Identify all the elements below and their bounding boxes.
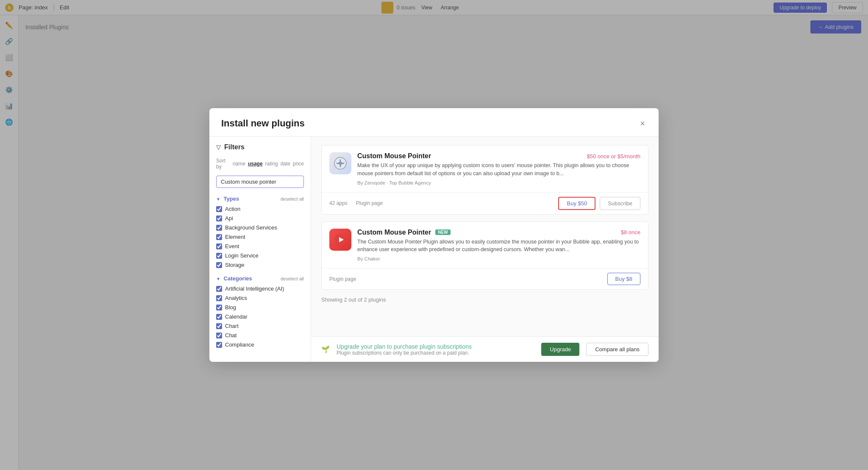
type-action-label: Action <box>225 206 240 212</box>
types-section-title[interactable]: ▼ Types deselect all <box>216 196 304 202</box>
cat-chart-checkbox[interactable] <box>216 323 222 329</box>
cat-compliance-label: Compliance <box>225 341 254 348</box>
plugin-name-2: Custom Mouse Pointer <box>357 229 431 236</box>
cat-blog-label: Blog <box>225 304 236 311</box>
modal-close-button[interactable]: × <box>638 118 647 129</box>
svg-point-1 <box>339 162 342 165</box>
plugin-card-2: Custom Mouse Pointer NEW $8 once The Cus… <box>321 221 648 290</box>
upgrade-button[interactable]: Upgrade <box>541 343 579 356</box>
cat-calendar-label: Calendar <box>225 313 248 320</box>
upgrade-bar: 🌱 Upgrade your plan to purchase plugin s… <box>311 336 659 362</box>
cat-ai[interactable]: Artificial Intelligence (AI) <box>216 285 304 292</box>
cat-compliance[interactable]: Compliance <box>216 341 304 348</box>
upgrade-bar-title: Upgrade your plan to purchase plugin sub… <box>337 343 534 350</box>
type-api[interactable]: Api <box>216 215 304 222</box>
cat-calendar[interactable]: Calendar <box>216 313 304 320</box>
type-storage[interactable]: Storage <box>216 261 304 269</box>
cat-analytics-checkbox[interactable] <box>216 295 222 301</box>
type-bg-checkbox[interactable] <box>216 225 222 231</box>
categories-section-title[interactable]: ▼ Categories deselect all <box>216 275 304 282</box>
sort-rating[interactable]: rating <box>265 161 278 167</box>
search-input[interactable] <box>216 176 304 188</box>
plugin-name-row-2: Custom Mouse Pointer NEW $8 once <box>357 229 640 236</box>
cat-chart-label: Chart <box>225 323 239 329</box>
modal-header: Install new plugins × <box>209 108 659 137</box>
cat-chat-label: Chat <box>225 332 236 339</box>
type-element-label: Element <box>225 234 245 240</box>
plugin-name-1: Custom Mouse Pointer <box>357 152 431 160</box>
cat-blog[interactable]: Blog <box>216 304 304 311</box>
cat-analytics-label: Analytics <box>225 295 247 301</box>
plugin-name-row-1: Custom Mouse Pointer $50 once or $5/mont… <box>357 152 640 160</box>
type-action[interactable]: Action <box>216 205 304 213</box>
plugin-page-link-1[interactable]: Plugin page <box>356 200 383 206</box>
plugin-desc-2: The Custom Mouse Pointer Plugin allows y… <box>357 238 640 254</box>
cat-chat-checkbox[interactable] <box>216 333 222 339</box>
buy-button-1[interactable]: Buy $50 <box>558 197 595 210</box>
type-action-checkbox[interactable] <box>216 206 222 212</box>
plugin-card-2-bottom: Plugin page Buy $8 <box>322 268 648 289</box>
sort-usage[interactable]: usage <box>248 161 263 167</box>
type-storage-checkbox[interactable] <box>216 262 222 268</box>
plugin-apps-1: 42 apps <box>329 200 348 206</box>
cat-chart[interactable]: Chart <box>216 322 304 330</box>
type-event[interactable]: Event <box>216 243 304 250</box>
sort-row: Sort by name usage rating date price <box>216 158 304 170</box>
categories-section: ▼ Categories deselect all Artificial Int… <box>216 275 304 348</box>
upgrade-bar-text: Upgrade your plan to purchase plugin sub… <box>337 343 534 356</box>
plugin-desc-1: Make the UX of your app unique by applyi… <box>357 162 640 178</box>
filter-header: ▽ Filters <box>216 143 304 151</box>
plugin-card-1: Custom Mouse Pointer $50 once or $5/mont… <box>321 145 648 215</box>
type-api-label: Api <box>225 215 233 221</box>
plugin-info-2: Custom Mouse Pointer NEW $8 once The Cus… <box>357 229 640 262</box>
plugin-page-link-2[interactable]: Plugin page <box>329 276 356 282</box>
plugin-card-1-top: Custom Mouse Pointer $50 once or $5/mont… <box>322 145 648 192</box>
type-login-label: Login Service <box>225 252 259 259</box>
upgrade-bar-subtitle: Plugin subscriptions can only be purchas… <box>337 350 534 356</box>
cat-compliance-checkbox[interactable] <box>216 342 222 348</box>
type-background-services[interactable]: Background Services <box>216 224 304 231</box>
cat-chat[interactable]: Chat <box>216 332 304 339</box>
types-deselect-all[interactable]: deselect all <box>281 196 304 201</box>
compare-plans-button[interactable]: Compare all plans <box>586 343 648 356</box>
sort-name[interactable]: name <box>233 161 245 167</box>
categories-deselect-all[interactable]: deselect all <box>281 276 304 281</box>
plugin-logo-2 <box>329 229 351 251</box>
plugin-info-1: Custom Mouse Pointer $50 once or $5/mont… <box>357 152 640 185</box>
modal-overlay: Install new plugins × ▽ Filters Sort by … <box>0 0 868 470</box>
types-arrow-icon: ▼ <box>216 197 220 201</box>
type-bg-label: Background Services <box>225 224 277 231</box>
sort-price[interactable]: price <box>293 161 304 167</box>
type-login-service[interactable]: Login Service <box>216 252 304 259</box>
type-element-checkbox[interactable] <box>216 234 222 240</box>
plugin-price-1: $50 once or $5/month <box>587 153 640 159</box>
cat-blog-checkbox[interactable] <box>216 305 222 311</box>
cat-ai-checkbox[interactable] <box>216 286 222 292</box>
modal-title: Install new plugins <box>221 118 305 129</box>
filter-icon: ▽ <box>216 144 221 151</box>
upgrade-icon: 🌱 <box>321 345 330 353</box>
plugin-actions-1: Buy $50 Subscribe <box>558 197 640 210</box>
subscribe-button-1[interactable]: Subscribe <box>600 197 640 210</box>
type-event-checkbox[interactable] <box>216 243 222 249</box>
modal-body: ▽ Filters Sort by name usage rating date… <box>209 137 659 362</box>
categories-arrow-icon: ▼ <box>216 277 220 281</box>
plugin-author-2: By Chakor <box>357 256 640 261</box>
type-event-label: Event <box>225 243 239 249</box>
type-api-checkbox[interactable] <box>216 215 222 221</box>
buy-button-2[interactable]: Buy $8 <box>607 273 640 285</box>
filter-title: Filters <box>224 143 245 151</box>
type-login-checkbox[interactable] <box>216 253 222 259</box>
type-element[interactable]: Element <box>216 233 304 241</box>
categories-label: Categories <box>224 275 252 282</box>
install-plugins-modal: Install new plugins × ▽ Filters Sort by … <box>209 108 659 362</box>
sort-date[interactable]: date <box>281 161 290 167</box>
cat-calendar-checkbox[interactable] <box>216 314 222 320</box>
sort-label: Sort by <box>216 158 230 170</box>
plugin-actions-2: Buy $8 <box>607 273 640 285</box>
cat-analytics[interactable]: Analytics <box>216 294 304 302</box>
new-badge-2: NEW <box>435 229 450 235</box>
results-and-upgrade: Custom Mouse Pointer $50 once or $5/mont… <box>311 137 659 362</box>
plugin-author-1: By Zeroqode · Top Bubble Agency <box>357 180 640 185</box>
plugin-price-2: $8 once <box>621 229 640 235</box>
